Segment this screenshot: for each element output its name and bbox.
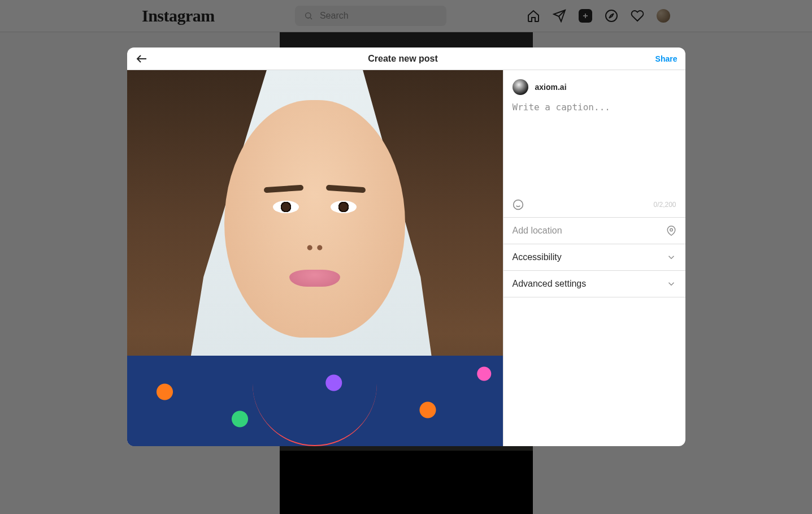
location-icon (666, 226, 676, 236)
modal-overlay[interactable]: Create new post Share (0, 0, 812, 514)
location-input[interactable] (513, 226, 666, 236)
character-counter: 0/2,200 (653, 201, 676, 209)
uploaded-image (127, 70, 503, 446)
caption-footer: 0/2,200 (503, 196, 685, 217)
modal-header: Create new post Share (127, 47, 685, 70)
emoji-button[interactable] (513, 199, 524, 210)
back-button[interactable] (135, 52, 151, 66)
accessibility-section[interactable]: Accessibility (503, 244, 685, 270)
location-section[interactable] (503, 217, 685, 244)
details-pane: axiom.ai 0/2,200 Accessibility (503, 70, 685, 446)
arrow-left-icon (135, 52, 149, 66)
author-username[interactable]: axiom.ai (535, 83, 567, 92)
svg-point-7 (513, 200, 523, 210)
create-post-modal: Create new post Share (127, 47, 685, 446)
share-button[interactable]: Share (655, 54, 678, 63)
svg-point-10 (670, 228, 672, 231)
advanced-settings-label: Advanced settings (513, 279, 587, 289)
advanced-settings-section[interactable]: Advanced settings (503, 270, 685, 297)
chevron-down-icon (666, 279, 676, 289)
author-avatar[interactable] (513, 79, 528, 95)
accessibility-label: Accessibility (513, 252, 562, 262)
media-preview[interactable] (127, 70, 503, 446)
chevron-down-icon (666, 252, 676, 262)
modal-body: axiom.ai 0/2,200 Accessibility (127, 70, 685, 446)
caption-area (503, 100, 685, 196)
emoji-icon (513, 199, 524, 210)
author-row: axiom.ai (503, 70, 685, 100)
modal-title: Create new post (368, 54, 438, 64)
caption-input[interactable] (513, 102, 676, 196)
